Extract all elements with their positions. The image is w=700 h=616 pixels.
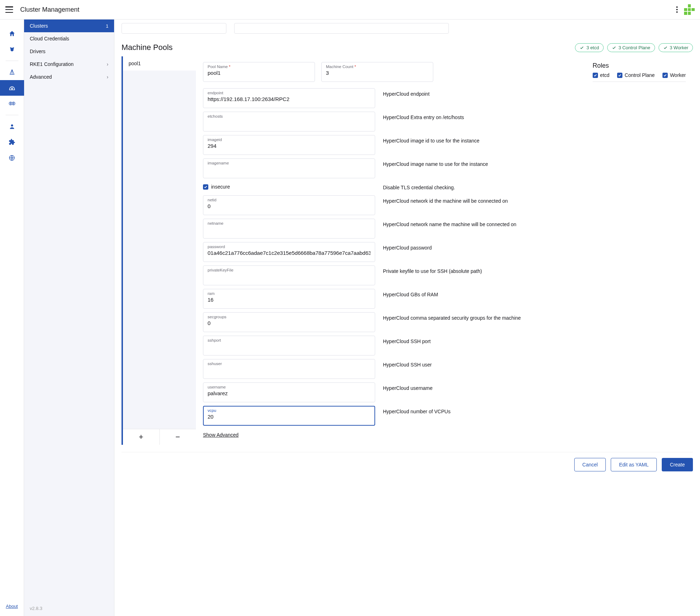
netid-desc: HyperCloud network id the machine will b… (383, 195, 686, 204)
extension-icon[interactable] (0, 134, 24, 150)
nav-sidebar: Clusters 1 Cloud Credentials Drivers RKE… (24, 19, 114, 616)
roles-title: Roles (593, 62, 686, 69)
svg-point-2 (11, 124, 13, 127)
sshport-desc: HyperCloud SSH port (383, 336, 686, 344)
check-icon (580, 45, 584, 50)
privateKeyFile-input[interactable] (208, 272, 371, 279)
add-pool-button[interactable]: + (123, 429, 160, 445)
insecure-desc: Disable TLS credential checking. (383, 182, 686, 190)
endpoint-desc: HyperCloud endpoint (383, 88, 686, 97)
sshuser-desc: HyperCloud SSH user (383, 359, 686, 368)
privateKeyFile-field[interactable]: privateKeyFile (203, 265, 375, 285)
sidebar-item-label: Advanced (30, 74, 52, 80)
sidebar-item-clusters[interactable]: Clusters 1 (24, 19, 114, 32)
role-control-plane-checkbox[interactable]: Control Plane (617, 72, 655, 78)
menu-hamburger-icon[interactable] (5, 6, 13, 13)
globe-icon[interactable] (0, 150, 24, 166)
sidebar-item-cloud-credentials[interactable]: Cloud Credentials (24, 32, 114, 45)
create-button[interactable]: Create (662, 458, 693, 471)
edit-yaml-button[interactable]: Edit as YAML (611, 458, 657, 471)
imagename-desc: HyperCloud image name to use for the ins… (383, 158, 686, 167)
etchosts-field[interactable]: etchosts (203, 112, 375, 131)
imagename-field[interactable]: imagename (203, 158, 375, 178)
secgroups-input[interactable] (208, 319, 371, 326)
endpoint-field[interactable]: endpoint (203, 88, 375, 108)
netname-field[interactable]: netname (203, 219, 375, 239)
secgroups-field[interactable]: secgroups (203, 312, 375, 332)
ram-input[interactable] (208, 296, 371, 303)
imagename-input[interactable] (208, 165, 371, 172)
collapsed-box (234, 23, 449, 34)
sidebar-item-label: Clusters (30, 23, 48, 29)
sshport-field[interactable]: sshport (203, 336, 375, 355)
insecure-label: insecure (211, 184, 230, 190)
password-field[interactable]: password (203, 242, 375, 262)
sidebar-item-label: Drivers (30, 49, 45, 54)
sidebar-item-drivers[interactable]: Drivers (24, 45, 114, 58)
password-desc: HyperCloud password (383, 242, 686, 251)
icon-sidebar: About (0, 19, 24, 616)
pool-container: pool1 + − Pool Name * Machine C (122, 56, 693, 445)
vcpu-desc: HyperCloud number of VCPUs (383, 406, 686, 414)
sshuser-field[interactable]: sshuser (203, 359, 375, 379)
pill-etcd: 3 etcd (575, 43, 603, 52)
about-link[interactable]: About (6, 601, 18, 612)
sidebar-item-label: RKE1 Configuration (30, 61, 74, 67)
username-input[interactable] (208, 389, 371, 396)
remove-pool-button[interactable]: − (160, 429, 196, 445)
pool-tab[interactable]: pool1 (123, 56, 196, 71)
check-icon (612, 45, 616, 50)
privateKeyFile-desc: Private keyfile to use for SSH (absolute… (383, 265, 686, 274)
pool-name-field[interactable]: Pool Name * (203, 62, 315, 82)
tracks-icon[interactable] (0, 96, 24, 111)
endpoint-input[interactable] (208, 95, 371, 102)
netname-desc: HyperCloud network name the machine will… (383, 219, 686, 227)
secgroups-desc: HyperCloud comma separated security grou… (383, 312, 686, 321)
pool-name-input[interactable] (208, 69, 310, 76)
compass-icon[interactable] (0, 65, 24, 80)
show-advanced-link[interactable]: Show Advanced (203, 432, 238, 438)
machine-count-field[interactable]: Machine Count * (321, 62, 433, 82)
netid-field[interactable]: netid (203, 195, 375, 215)
imageid-desc: HyperCloud image id to use for the insta… (383, 135, 686, 144)
password-input[interactable] (208, 249, 371, 256)
status-pills: 3 etcd 3 Control Plane 3 Worker (575, 43, 693, 52)
netid-input[interactable] (208, 202, 371, 209)
role-worker-checkbox[interactable]: Worker (662, 72, 686, 78)
netname-input[interactable] (208, 225, 371, 233)
check-icon (663, 45, 668, 50)
username-field[interactable]: username (203, 382, 375, 402)
brand-logo-icon[interactable] (684, 4, 695, 15)
version-text: v2.8.3 (24, 601, 114, 616)
roles-area: Roles etcd Control Plane (593, 62, 686, 82)
etchosts-input[interactable] (208, 118, 371, 125)
user-icon[interactable] (0, 119, 24, 134)
insecure-checkbox[interactable] (203, 184, 208, 190)
sidebar-item-label: Cloud Credentials (30, 36, 69, 41)
sidebar-item-advanced[interactable]: Advanced › (24, 71, 114, 83)
vcpu-field[interactable]: vcpu (203, 406, 375, 426)
sidebar-item-rke1-config[interactable]: RKE1 Configuration › (24, 58, 114, 71)
section-title: Machine Pools (122, 43, 173, 52)
sshport-input[interactable] (208, 342, 371, 349)
sidebar-badge: 1 (106, 23, 108, 29)
cluster-icon[interactable] (0, 80, 24, 96)
imageid-field[interactable]: imageid (203, 135, 375, 155)
topbar: Cluster Management (0, 0, 700, 19)
ram-field[interactable]: ram (203, 289, 375, 309)
kebab-menu-icon[interactable] (676, 6, 678, 13)
imageid-input[interactable] (208, 142, 371, 149)
machine-count-input[interactable] (326, 69, 429, 76)
vcpu-input[interactable] (208, 413, 371, 420)
pill-control-plane: 3 Control Plane (607, 43, 655, 52)
cancel-button[interactable]: Cancel (574, 458, 606, 471)
etchosts-desc: HyperCloud Extra entry on /etc/hosts (383, 112, 686, 120)
username-desc: HyperCloud username (383, 382, 686, 391)
role-etcd-checkbox[interactable]: etcd (593, 72, 609, 78)
cow-icon[interactable] (0, 41, 24, 57)
ram-desc: HyperCloud GBs of RAM (383, 289, 686, 297)
chevron-right-icon: › (107, 74, 108, 80)
sshuser-input[interactable] (208, 366, 371, 373)
footer-actions: Cancel Edit as YAML Create (122, 452, 693, 474)
home-icon[interactable] (0, 26, 24, 41)
